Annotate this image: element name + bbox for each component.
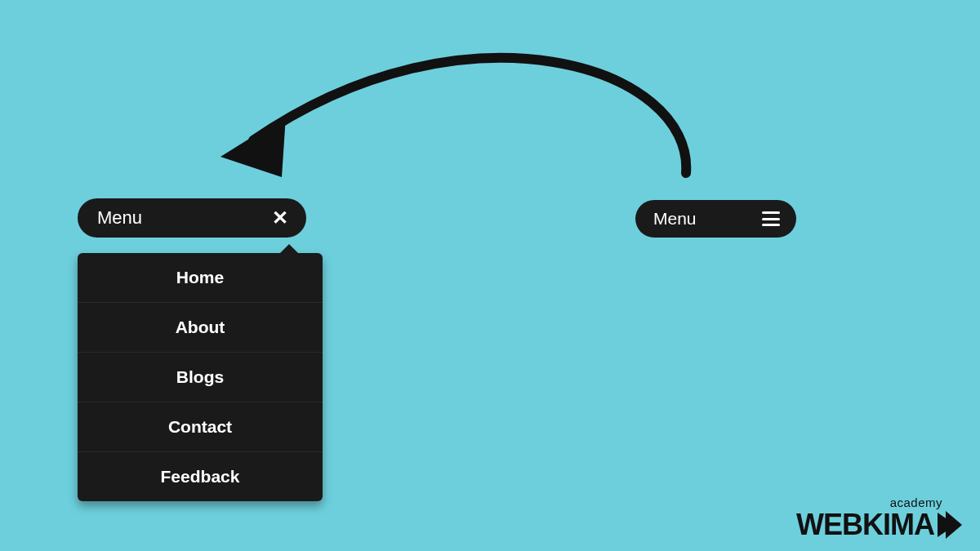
menu-item-contact[interactable]: Contact [78,402,323,452]
menu-open-label: Menu [97,207,142,229]
menu-item-feedback[interactable]: Feedback [78,452,323,501]
brand-logo: academy WEBKIMA [796,496,962,540]
close-icon[interactable]: ✕ [272,208,288,228]
svg-marker-2 [946,511,962,539]
menu-open-pill[interactable]: Menu ✕ [78,198,306,238]
menu-item-home[interactable]: Home [78,253,323,303]
hamburger-icon[interactable] [762,211,780,226]
menu-item-about[interactable]: About [78,303,323,353]
menu-dropdown: Home About Blogs Contact Feedback [78,253,323,501]
svg-marker-0 [220,116,286,177]
logo-subtext: academy [796,496,962,509]
menu-collapsed-label: Menu [653,209,697,229]
menu-collapsed-pill[interactable]: Menu [635,200,796,238]
logo-text: WEBKIMA [796,510,934,540]
arrow-illustration [204,18,727,198]
logo-mark-icon [938,511,962,539]
menu-item-blogs[interactable]: Blogs [78,353,323,402]
